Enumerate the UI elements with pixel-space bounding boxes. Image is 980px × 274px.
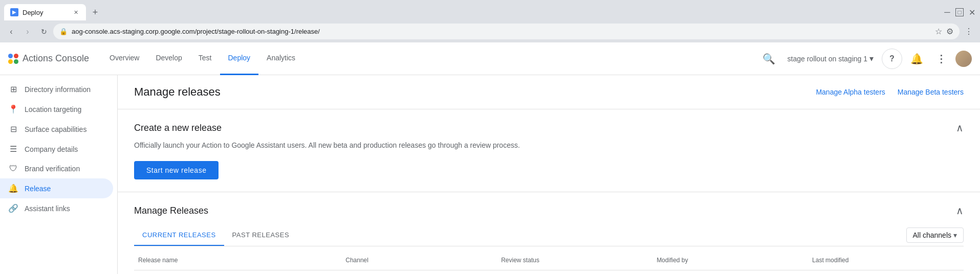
- nav-overview[interactable]: Overview: [101, 42, 147, 75]
- address-bar[interactable]: 🔒 aog-console.acs-staging.corp.google.co…: [53, 24, 960, 39]
- app-nav: Overview Develop Test Deploy Analytics: [101, 42, 303, 75]
- dot-green: [14, 59, 18, 64]
- nav-analytics[interactable]: Analytics: [258, 42, 303, 75]
- nav-deploy[interactable]: Deploy: [220, 42, 259, 75]
- project-name: stage rollout on staging 1: [788, 55, 867, 63]
- nav-refresh[interactable]: ↻: [37, 25, 51, 39]
- create-section-collapse-icon[interactable]: ∧: [956, 122, 964, 134]
- nav-forward[interactable]: ›: [20, 25, 35, 39]
- surface-icon: ⊟: [8, 124, 18, 134]
- browser-menu-icon[interactable]: ⋮: [962, 25, 976, 39]
- sidebar-item-location[interactable]: 📍 Location targeting: [0, 99, 113, 119]
- sidebar-label-brand: Brand verification: [25, 165, 80, 173]
- col-channel: Channel: [341, 255, 497, 266]
- extension-icon[interactable]: ⚙: [946, 27, 953, 36]
- manage-beta-link[interactable]: Manage Beta testers: [898, 88, 964, 96]
- tab-past-releases[interactable]: PAST RELEASES: [224, 225, 298, 246]
- brand-icon: 🛡: [8, 164, 18, 173]
- create-section-title: Create a new release: [134, 123, 222, 133]
- dot-red: [14, 54, 18, 58]
- app-title: Actions Console: [23, 53, 89, 64]
- manage-section-header: Manage Releases ∧: [134, 204, 964, 217]
- sidebar-item-surface[interactable]: ⊟ Surface capabilities: [0, 119, 113, 139]
- tab-label: Deploy: [23, 9, 43, 16]
- url-text: aog-console.acs-staging.corp.google.com/…: [72, 28, 320, 35]
- window-close[interactable]: ✕: [968, 8, 976, 16]
- search-button[interactable]: 🔍: [759, 49, 779, 69]
- assistant-icon: 🔗: [8, 203, 18, 213]
- page-header-links: Manage Alpha testers Manage Beta testers: [816, 88, 964, 96]
- sidebar-item-company[interactable]: ☰ Company details: [0, 139, 113, 159]
- google-dots: [8, 54, 18, 64]
- manage-section-title: Manage Releases: [134, 206, 208, 216]
- nav-develop[interactable]: Develop: [147, 42, 190, 75]
- col-last-modified: Last modified: [808, 255, 964, 266]
- user-avatar[interactable]: [955, 51, 972, 67]
- start-new-release-button[interactable]: Start new release: [134, 161, 219, 179]
- browser-chrome: ▶ Deploy ✕ + ─ □ ✕ ‹ › ↻ 🔒 aog-console.a…: [0, 0, 980, 42]
- create-release-section: Create a new release ∧ Officially launch…: [118, 109, 980, 192]
- sidebar-item-directory[interactable]: ⊞ Directory information: [0, 79, 113, 99]
- header-right: 🔍 stage rollout on staging 1 ▾ ? 🔔 ⋮: [759, 49, 972, 69]
- col-modified-by: Modified by: [652, 255, 808, 266]
- app-logo: Actions Console: [8, 53, 89, 64]
- notifications-button[interactable]: 🔔: [906, 49, 927, 69]
- channel-dropdown-icon: ▾: [953, 231, 957, 239]
- lock-icon: 🔒: [59, 28, 68, 35]
- sidebar-label-company: Company details: [25, 145, 78, 153]
- manage-section-collapse-icon[interactable]: ∧: [956, 204, 964, 217]
- star-icon[interactable]: ☆: [935, 27, 942, 36]
- more-options-button[interactable]: ⋮: [931, 49, 951, 69]
- release-icon: 🔔: [8, 184, 18, 193]
- project-dropdown-icon: ▾: [869, 54, 874, 63]
- sidebar-item-assistant[interactable]: 🔗 Assistant links: [0, 198, 113, 218]
- sidebar-item-release[interactable]: 🔔 Release: [0, 178, 113, 198]
- help-button[interactable]: ?: [882, 49, 902, 69]
- channel-filter-label: All channels: [913, 231, 952, 239]
- window-minimize[interactable]: ─: [943, 8, 951, 16]
- create-section-description: Officially launch your Action to Google …: [134, 140, 964, 151]
- tabs-row: CURRENT RELEASES PAST RELEASES All chann…: [134, 225, 964, 246]
- table-header: Release name Channel Review status Modif…: [134, 255, 964, 270]
- manage-alpha-link[interactable]: Manage Alpha testers: [816, 88, 885, 96]
- page-title: Manage releases: [134, 85, 221, 99]
- sidebar-item-brand[interactable]: 🛡 Brand verification: [0, 159, 113, 178]
- app-header: Actions Console Overview Develop Test De…: [0, 42, 980, 75]
- browser-tab[interactable]: ▶ Deploy ✕: [4, 4, 86, 20]
- location-icon: 📍: [8, 104, 18, 114]
- sidebar-label-assistant: Assistant links: [25, 204, 70, 213]
- content-area: Manage releases Manage Alpha testers Man…: [118, 75, 980, 274]
- sidebar: ⊞ Directory information 📍 Location targe…: [0, 75, 118, 274]
- browser-tab-bar: ▶ Deploy ✕ + ─ □ ✕: [0, 0, 980, 20]
- col-review-status: Review status: [497, 255, 652, 266]
- tab-favicon: ▶: [10, 8, 18, 16]
- sidebar-label-location: Location targeting: [25, 105, 81, 113]
- company-icon: ☰: [8, 144, 18, 154]
- sidebar-label-surface: Surface capabilities: [25, 125, 86, 133]
- sidebar-label-directory: Directory information: [25, 85, 91, 94]
- project-selector[interactable]: stage rollout on staging 1 ▾: [783, 52, 878, 65]
- channel-filter-dropdown[interactable]: All channels ▾: [906, 227, 964, 243]
- dot-blue: [8, 54, 13, 58]
- col-release-name: Release name: [134, 255, 341, 266]
- nav-test[interactable]: Test: [190, 42, 220, 75]
- sidebar-label-release: Release: [25, 185, 51, 193]
- new-tab-button[interactable]: +: [88, 5, 102, 19]
- address-bar-row: ‹ › ↻ 🔒 aog-console.acs-staging.corp.goo…: [0, 20, 980, 42]
- window-maximize[interactable]: □: [955, 8, 964, 16]
- dot-yellow: [8, 59, 13, 64]
- manage-releases-section: Manage Releases ∧ CURRENT RELEASES PAST …: [118, 192, 980, 274]
- tab-current-releases[interactable]: CURRENT RELEASES: [134, 225, 224, 246]
- page-header: Manage releases Manage Alpha testers Man…: [118, 75, 980, 109]
- main-layout: ⊞ Directory information 📍 Location targe…: [0, 75, 980, 274]
- tab-close-icon[interactable]: ✕: [72, 8, 80, 16]
- nav-back[interactable]: ‹: [4, 25, 18, 39]
- create-section-header: Create a new release ∧: [134, 122, 964, 134]
- directory-icon: ⊞: [8, 84, 18, 94]
